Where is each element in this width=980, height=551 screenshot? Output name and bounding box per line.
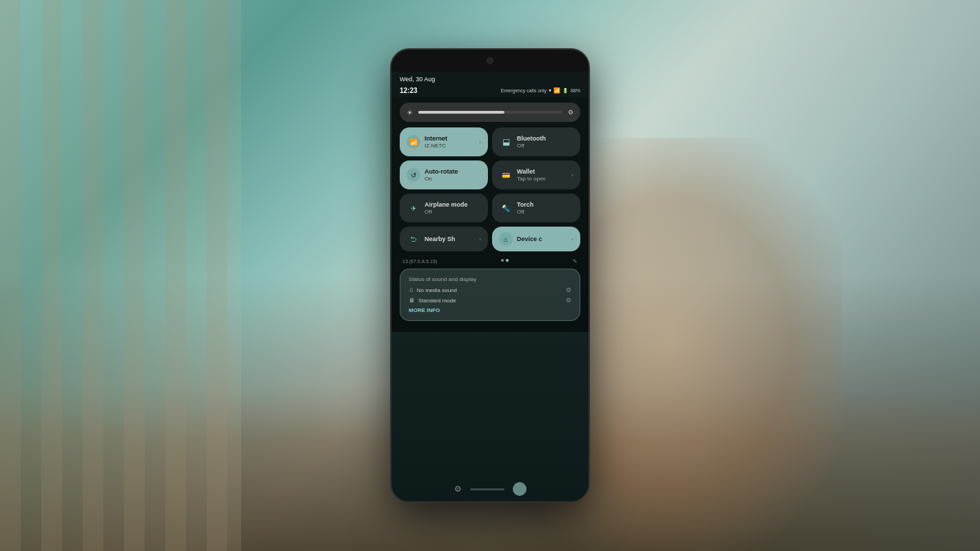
auto-rotate-tile-text: Auto-rotate On: [425, 168, 481, 182]
bg-stripes: [0, 0, 241, 551]
device-controls-icon: ⌂: [499, 232, 513, 246]
wallet-title: Wallet: [517, 168, 567, 176]
phone: Wed, 30 Aug 12:23 Emergency calls only ▾…: [390, 48, 590, 503]
rotate-icon: ↺: [407, 168, 420, 182]
quick-tiles-grid: 📶 Internet IZ NETC › ⬓: [400, 127, 580, 222]
display-icon: 🖥: [409, 297, 415, 304]
brightness-icon: ☀: [407, 109, 413, 116]
bluetooth-title: Bluetooth: [517, 135, 573, 143]
bluetooth-subtitle: Off: [517, 143, 573, 149]
more-info-button[interactable]: MORE INFO: [409, 307, 571, 313]
brightness-track: [418, 111, 562, 114]
torch-icon: 🔦: [499, 201, 513, 215]
torch-subtitle: Off: [517, 209, 573, 216]
display-settings-icon[interactable]: ⚙: [566, 297, 571, 304]
bottom-power-button[interactable]: [513, 482, 527, 492]
bottom-settings-icon[interactable]: ⚙: [454, 484, 462, 492]
device-controls-tile[interactable]: ⌂ Device c ›: [492, 227, 580, 251]
bluetooth-icon: ⬓: [499, 135, 513, 149]
airplane-subtitle: Off: [425, 209, 481, 216]
internet-tile[interactable]: 📶 Internet IZ NETC ›: [400, 127, 488, 156]
emergency-text: Emergency calls only: [501, 88, 547, 93]
front-camera: [487, 57, 493, 64]
sound-text: No media sound: [417, 287, 457, 293]
display-row-left: 🖥 Standard mode: [409, 297, 456, 304]
internet-tile-text: Internet IZ NETC: [425, 135, 475, 149]
bluetooth-tile[interactable]: ⬓ Bluetooth Off: [492, 127, 580, 156]
brightness-fill: [418, 111, 504, 114]
auto-rotate-subtitle: On: [425, 176, 481, 183]
nearby-share-arrow: ›: [479, 236, 481, 242]
phone-top-bar: [391, 50, 589, 72]
dot-2: [506, 259, 509, 262]
sound-settings-icon[interactable]: ⚙: [566, 287, 571, 293]
wifi-status-icon: ▾: [549, 87, 551, 94]
volume-down-button[interactable]: [589, 167, 590, 194]
version-text: 13 (67.0.A.6.19): [402, 259, 437, 264]
internet-arrow: ›: [479, 139, 481, 145]
nearby-share-text: Nearby Sh: [425, 236, 475, 243]
torch-title: Torch: [517, 201, 573, 209]
music-icon: ♫: [409, 287, 414, 293]
nearby-share-tile[interactable]: ⮌ Nearby Sh ›: [400, 227, 488, 251]
device-controls-arrow: ›: [571, 236, 573, 242]
airplane-title: Airplane mode: [425, 201, 481, 209]
bg-kitchen: [635, 0, 980, 551]
wallet-tile-text: Wallet Tap to open: [517, 168, 567, 182]
quick-settings-panel: ☀ ⚙ 📶 In: [391, 97, 589, 492]
battery-text: 88%: [571, 88, 580, 93]
device-controls-text: Device c: [517, 236, 567, 243]
phone-body: Wed, 30 Aug 12:23 Emergency calls only ▾…: [390, 48, 590, 503]
airplane-tile-text: Airplane mode Off: [425, 201, 481, 215]
wallet-arrow: ›: [571, 172, 573, 178]
power-button[interactable]: [589, 132, 590, 160]
display-text: Standard mode: [418, 298, 456, 304]
bottom-bar: ⚙: [391, 482, 589, 492]
wifi-icon: 📶: [407, 135, 420, 149]
sound-display-card: Status of sound and display ♫ No media s…: [400, 269, 580, 321]
internet-subtitle: IZ NETC: [425, 143, 475, 149]
status-right: Emergency calls only ▾ 📶 🔋 88%: [501, 87, 580, 94]
sound-row: ♫ No media sound ⚙: [409, 287, 571, 293]
nearby-share-icon: ⮌: [407, 232, 420, 246]
status-bar: Wed, 30 Aug: [391, 72, 589, 85]
brightness-slider[interactable]: ☀ ⚙: [400, 103, 580, 122]
version-row: 13 (67.0.A.6.19) ✎: [400, 257, 580, 266]
edit-icon[interactable]: ✎: [573, 258, 578, 264]
nearby-row: ⮌ Nearby Sh › ⌂ Device: [400, 227, 580, 251]
torch-tile[interactable]: 🔦 Torch Off: [492, 194, 580, 222]
wallet-subtitle: Tap to open: [517, 176, 567, 183]
sound-display-card-title: Status of sound and display: [409, 276, 571, 282]
status-time: 12:23: [400, 87, 418, 94]
display-row: 🖥 Standard mode ⚙: [409, 297, 571, 304]
bluetooth-tile-text: Bluetooth Off: [517, 135, 573, 149]
auto-rotate-tile[interactable]: ↺ Auto-rotate On: [400, 160, 488, 189]
device-controls-title: Device c: [517, 236, 567, 243]
airplane-tile[interactable]: ✈ Airplane mode Off: [400, 194, 488, 222]
bottom-home-indicator: [470, 488, 504, 490]
torch-tile-text: Torch Off: [517, 201, 573, 215]
sound-row-left: ♫ No media sound: [409, 287, 457, 293]
signal-icon: 📶: [553, 87, 560, 94]
auto-brightness-icon: ⚙: [568, 109, 573, 116]
wallet-icon: 💳: [499, 168, 513, 182]
status-date: Wed, 30 Aug: [400, 76, 435, 83]
battery-icon: 🔋: [562, 88, 569, 94]
internet-title: Internet: [425, 135, 475, 143]
dot-1: [501, 259, 504, 262]
phone-screen: Wed, 30 Aug 12:23 Emergency calls only ▾…: [391, 72, 589, 501]
wallet-tile[interactable]: 💳 Wallet Tap to open ›: [492, 160, 580, 189]
nearby-share-title: Nearby Sh: [425, 236, 475, 243]
dots-indicator: [501, 259, 509, 262]
auto-rotate-title: Auto-rotate: [425, 168, 481, 176]
airplane-icon: ✈: [407, 201, 420, 215]
